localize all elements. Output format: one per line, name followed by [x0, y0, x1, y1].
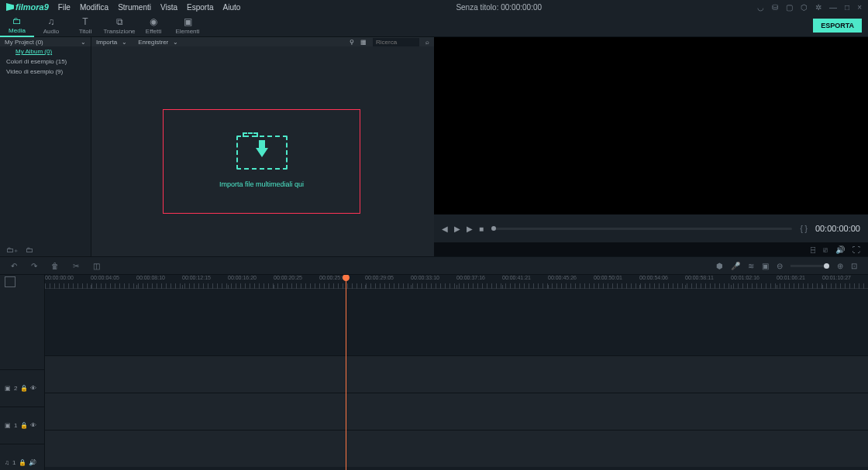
sidebar-header[interactable]: My Project (0)⌄	[0, 37, 91, 46]
ruler-mark: 00:00:58:11	[685, 275, 714, 280]
settings-icon[interactable]: ✲	[815, 3, 822, 12]
mixer-icon[interactable]: ≋	[748, 262, 754, 270]
track-header-v2[interactable]: ▣ 2 🔒 👁	[0, 369, 44, 407]
menu-file[interactable]: File	[58, 3, 71, 12]
minimize-icon[interactable]: —	[829, 3, 837, 12]
tabs-row: 🗀Media ♫Audio TTitoli ⧉Transizione ◉Effe…	[0, 14, 868, 37]
tab-media[interactable]: 🗀Media	[0, 14, 34, 37]
stop-icon[interactable]: ■	[479, 225, 484, 233]
menu-vista[interactable]: Vista	[160, 3, 177, 12]
import-text: Importa file multimediali qui	[219, 180, 304, 188]
import-dropzone[interactable]: Importa file multimediali qui	[163, 109, 360, 214]
search-input[interactable]	[373, 38, 419, 46]
cut-icon[interactable]: ✂	[73, 262, 79, 270]
app-logo: filmora9	[6, 2, 49, 12]
media-panel: Importa ⌄ Enregistrer ⌄ ⚲ ▦ ⌕ Importa fi…	[91, 37, 434, 256]
chevron-down-icon: ⌄	[173, 39, 178, 46]
folder-icon[interactable]: 🗀	[26, 245, 33, 254]
ruler-mark: 00:00:04:05	[91, 275, 119, 280]
chevron-down-icon: ⌄	[122, 39, 127, 46]
tab-elementi[interactable]: ▣Elementi	[170, 14, 205, 37]
track-header-a1[interactable]: ♫ 1 🔒 🔊	[0, 444, 44, 470]
zoom-slider[interactable]	[790, 265, 829, 267]
preview-timecode: 00:00:00:00	[815, 224, 860, 233]
transition-icon: ⧉	[116, 16, 123, 27]
track-a1[interactable]	[45, 430, 868, 467]
delete-icon[interactable]: 🗑	[51, 262, 59, 270]
ruler-mark: 00:01:10:27	[822, 275, 851, 280]
ruler-mark: 00:00:54:06	[639, 275, 668, 280]
timeline: ▣ 2 🔒 👁 ▣ 1 🔒 👁 ♫ 1 🔒 🔊 00:00:00:0000:00…	[0, 275, 868, 470]
cart-icon[interactable]: ⛁	[772, 3, 778, 12]
crop-icon[interactable]: ◫	[93, 262, 100, 270]
close-icon[interactable]: ×	[857, 3, 862, 12]
ruler-mark: 00:00:00:00	[45, 275, 74, 280]
sidebar-item-album[interactable]: My Album (0)	[0, 46, 91, 57]
ruler-mark: 00:00:33:10	[411, 275, 439, 280]
window-title: Senza titolo: 00:00:00:00	[456, 3, 542, 12]
play-icon[interactable]: ▶	[454, 225, 460, 233]
chat-icon[interactable]: ▢	[786, 3, 793, 12]
next-frame-icon[interactable]: ▶	[467, 225, 473, 233]
elements-icon: ▣	[184, 16, 192, 27]
folder-icon: 🗀	[12, 15, 22, 26]
enregistrer-dropdown[interactable]: Enregistrer ⌄	[138, 39, 178, 46]
timeline-toolbar: ↶ ↷ 🗑 ✂ ◫ ⬢ 🎤 ≋ ▣ ⊖ ⊕ ⊡	[0, 256, 868, 275]
preview-progress[interactable]	[491, 228, 792, 230]
ruler-mark: 00:01:06:21	[777, 275, 805, 280]
brackets-icon[interactable]: { }	[800, 225, 807, 233]
ruler-mark: 00:00:08:10	[136, 275, 165, 280]
menu-modifica[interactable]: Modifica	[80, 3, 108, 12]
playhead[interactable]	[346, 275, 346, 470]
timeline-track-headers: ▣ 2 🔒 👁 ▣ 1 🔒 👁 ♫ 1 🔒 🔊	[0, 275, 45, 470]
sidebar-item-video[interactable]: Video di esempio (9)	[0, 67, 91, 77]
ruler-mark: 00:00:41:21	[502, 275, 531, 280]
menu-esporta[interactable]: Esporta	[187, 3, 213, 12]
track-v2[interactable]	[45, 355, 868, 393]
filter-icon[interactable]: ⚲	[350, 39, 354, 46]
menu-strumenti[interactable]: Strumenti	[118, 3, 151, 12]
preview-panel: ◀ ▶ ▶ ■ { } 00:00:00:00 ⌸ ⎚ 🔊 ⛶	[434, 37, 868, 256]
new-folder-icon[interactable]: 🗀₊	[6, 245, 18, 254]
search-icon[interactable]: ⌕	[425, 39, 429, 46]
screen-icon[interactable]: ⌸	[811, 245, 815, 254]
tab-audio[interactable]: ♫Audio	[34, 14, 68, 37]
tab-titoli[interactable]: TTitoli	[68, 14, 102, 37]
grid-icon[interactable]: ▦	[360, 39, 367, 46]
zoom-in-icon[interactable]: ⊕	[837, 262, 843, 270]
ruler-mark: 00:01:02:16	[731, 275, 760, 280]
text-icon: T	[82, 16, 88, 27]
zoom-fit-icon[interactable]: ⊡	[851, 262, 857, 270]
camera-icon[interactable]: ⎚	[823, 245, 828, 254]
sidebar-item-colori[interactable]: Colori di esempio (15)	[0, 57, 91, 67]
user-icon[interactable]: ◡	[757, 3, 764, 12]
cloud-icon[interactable]: ⬡	[801, 3, 808, 12]
maximize-icon[interactable]: □	[845, 3, 849, 12]
menu-aiuto[interactable]: Aiuto	[223, 3, 241, 12]
timeline-tracks[interactable]: 00:00:00:0000:00:04:0500:00:08:1000:00:1…	[45, 275, 868, 470]
marker-icon[interactable]: ⬢	[716, 262, 723, 270]
tab-effetti[interactable]: ◉Effetti	[136, 14, 170, 37]
undo-icon[interactable]: ↶	[11, 262, 17, 270]
ruler-mark: 00:00:12:15	[182, 275, 211, 280]
tab-transizione[interactable]: ⧉Transizione	[102, 14, 136, 37]
track-header-v1[interactable]: ▣ 1 🔒 👁	[0, 407, 44, 444]
track-v1[interactable]	[45, 393, 868, 430]
render-icon[interactable]: ▣	[762, 262, 769, 270]
fullscreen-icon[interactable]: ⛶	[852, 245, 860, 254]
tracks-icon[interactable]	[5, 276, 16, 287]
music-icon: ♫	[48, 16, 55, 27]
timeline-ruler[interactable]: 00:00:00:0000:00:04:0500:00:08:1000:00:1…	[45, 275, 868, 289]
ruler-mark: 00:00:50:01	[594, 275, 622, 280]
zoom-out-icon[interactable]: ⊖	[777, 262, 783, 270]
menubar: filmora9 File Modifica Strumenti Vista E…	[0, 0, 868, 14]
export-button[interactable]: ESPORTA	[813, 19, 862, 33]
volume-icon[interactable]: 🔊	[835, 245, 845, 254]
main-area: My Project (0)⌄ My Album (0) Colori di e…	[0, 37, 868, 256]
redo-icon[interactable]: ↷	[31, 262, 37, 270]
sidebar: My Project (0)⌄ My Album (0) Colori di e…	[0, 37, 91, 256]
mic-icon[interactable]: 🎤	[731, 262, 740, 270]
importa-dropdown[interactable]: Importa ⌄	[96, 39, 127, 46]
prev-frame-icon[interactable]: ◀	[442, 225, 448, 233]
preview-video[interactable]	[434, 37, 868, 214]
